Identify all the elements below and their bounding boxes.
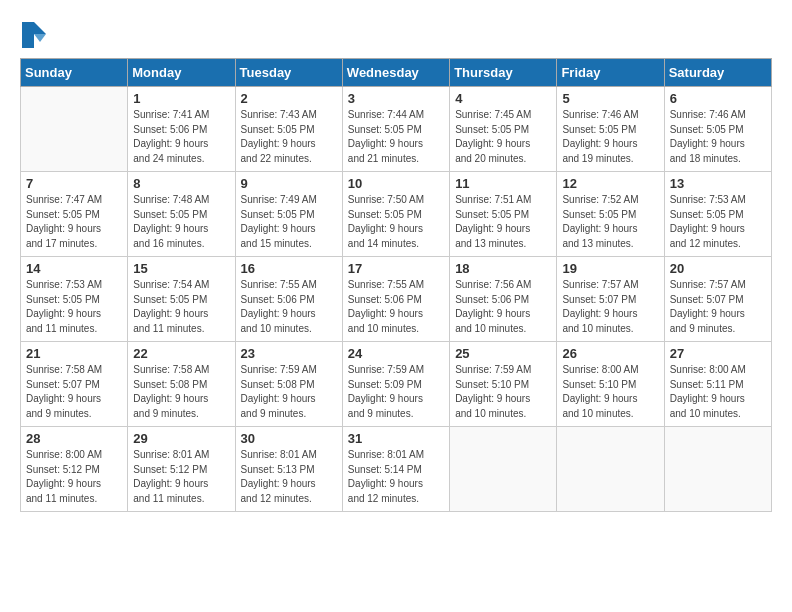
day-number: 4 <box>455 91 551 106</box>
day-info: Sunrise: 7:55 AM Sunset: 5:06 PM Dayligh… <box>348 278 444 336</box>
day-number: 23 <box>241 346 337 361</box>
calendar-cell: 5Sunrise: 7:46 AM Sunset: 5:05 PM Daylig… <box>557 87 664 172</box>
week-row-1: 1Sunrise: 7:41 AM Sunset: 5:06 PM Daylig… <box>21 87 772 172</box>
day-info: Sunrise: 7:48 AM Sunset: 5:05 PM Dayligh… <box>133 193 229 251</box>
calendar-cell <box>21 87 128 172</box>
day-number: 22 <box>133 346 229 361</box>
logo-icon <box>20 20 48 48</box>
calendar-table: SundayMondayTuesdayWednesdayThursdayFrid… <box>20 58 772 512</box>
day-info: Sunrise: 8:00 AM Sunset: 5:12 PM Dayligh… <box>26 448 122 506</box>
calendar-cell: 24Sunrise: 7:59 AM Sunset: 5:09 PM Dayli… <box>342 342 449 427</box>
calendar-cell: 16Sunrise: 7:55 AM Sunset: 5:06 PM Dayli… <box>235 257 342 342</box>
day-number: 5 <box>562 91 658 106</box>
day-info: Sunrise: 7:44 AM Sunset: 5:05 PM Dayligh… <box>348 108 444 166</box>
day-number: 10 <box>348 176 444 191</box>
calendar-cell: 14Sunrise: 7:53 AM Sunset: 5:05 PM Dayli… <box>21 257 128 342</box>
day-info: Sunrise: 7:59 AM Sunset: 5:08 PM Dayligh… <box>241 363 337 421</box>
calendar-cell <box>664 427 771 512</box>
calendar-cell: 20Sunrise: 7:57 AM Sunset: 5:07 PM Dayli… <box>664 257 771 342</box>
day-number: 15 <box>133 261 229 276</box>
day-info: Sunrise: 7:57 AM Sunset: 5:07 PM Dayligh… <box>670 278 766 336</box>
day-info: Sunrise: 7:51 AM Sunset: 5:05 PM Dayligh… <box>455 193 551 251</box>
day-info: Sunrise: 7:46 AM Sunset: 5:05 PM Dayligh… <box>670 108 766 166</box>
day-info: Sunrise: 7:53 AM Sunset: 5:05 PM Dayligh… <box>26 278 122 336</box>
logo <box>20 20 52 48</box>
day-info: Sunrise: 7:47 AM Sunset: 5:05 PM Dayligh… <box>26 193 122 251</box>
day-info: Sunrise: 7:53 AM Sunset: 5:05 PM Dayligh… <box>670 193 766 251</box>
calendar-cell: 8Sunrise: 7:48 AM Sunset: 5:05 PM Daylig… <box>128 172 235 257</box>
day-info: Sunrise: 7:52 AM Sunset: 5:05 PM Dayligh… <box>562 193 658 251</box>
day-number: 21 <box>26 346 122 361</box>
day-number: 6 <box>670 91 766 106</box>
day-info: Sunrise: 7:55 AM Sunset: 5:06 PM Dayligh… <box>241 278 337 336</box>
day-number: 31 <box>348 431 444 446</box>
page-header <box>20 20 772 48</box>
day-number: 12 <box>562 176 658 191</box>
calendar-cell: 1Sunrise: 7:41 AM Sunset: 5:06 PM Daylig… <box>128 87 235 172</box>
day-info: Sunrise: 7:50 AM Sunset: 5:05 PM Dayligh… <box>348 193 444 251</box>
calendar-cell <box>557 427 664 512</box>
calendar-cell: 12Sunrise: 7:52 AM Sunset: 5:05 PM Dayli… <box>557 172 664 257</box>
weekday-monday: Monday <box>128 59 235 87</box>
week-row-2: 7Sunrise: 7:47 AM Sunset: 5:05 PM Daylig… <box>21 172 772 257</box>
calendar-cell <box>450 427 557 512</box>
calendar-cell: 13Sunrise: 7:53 AM Sunset: 5:05 PM Dayli… <box>664 172 771 257</box>
svg-marker-1 <box>34 34 46 42</box>
day-number: 9 <box>241 176 337 191</box>
calendar-cell: 7Sunrise: 7:47 AM Sunset: 5:05 PM Daylig… <box>21 172 128 257</box>
calendar-cell: 28Sunrise: 8:00 AM Sunset: 5:12 PM Dayli… <box>21 427 128 512</box>
calendar-cell: 27Sunrise: 8:00 AM Sunset: 5:11 PM Dayli… <box>664 342 771 427</box>
calendar-cell: 9Sunrise: 7:49 AM Sunset: 5:05 PM Daylig… <box>235 172 342 257</box>
day-info: Sunrise: 7:59 AM Sunset: 5:10 PM Dayligh… <box>455 363 551 421</box>
day-info: Sunrise: 7:56 AM Sunset: 5:06 PM Dayligh… <box>455 278 551 336</box>
calendar-cell: 22Sunrise: 7:58 AM Sunset: 5:08 PM Dayli… <box>128 342 235 427</box>
day-info: Sunrise: 7:59 AM Sunset: 5:09 PM Dayligh… <box>348 363 444 421</box>
day-number: 20 <box>670 261 766 276</box>
day-number: 11 <box>455 176 551 191</box>
week-row-3: 14Sunrise: 7:53 AM Sunset: 5:05 PM Dayli… <box>21 257 772 342</box>
calendar-cell: 15Sunrise: 7:54 AM Sunset: 5:05 PM Dayli… <box>128 257 235 342</box>
day-info: Sunrise: 8:00 AM Sunset: 5:11 PM Dayligh… <box>670 363 766 421</box>
day-number: 13 <box>670 176 766 191</box>
day-info: Sunrise: 7:54 AM Sunset: 5:05 PM Dayligh… <box>133 278 229 336</box>
day-number: 16 <box>241 261 337 276</box>
day-number: 25 <box>455 346 551 361</box>
day-number: 24 <box>348 346 444 361</box>
calendar-cell: 6Sunrise: 7:46 AM Sunset: 5:05 PM Daylig… <box>664 87 771 172</box>
calendar-cell: 25Sunrise: 7:59 AM Sunset: 5:10 PM Dayli… <box>450 342 557 427</box>
calendar-cell: 10Sunrise: 7:50 AM Sunset: 5:05 PM Dayli… <box>342 172 449 257</box>
svg-marker-0 <box>34 22 46 34</box>
day-number: 29 <box>133 431 229 446</box>
week-row-4: 21Sunrise: 7:58 AM Sunset: 5:07 PM Dayli… <box>21 342 772 427</box>
day-info: Sunrise: 7:58 AM Sunset: 5:08 PM Dayligh… <box>133 363 229 421</box>
day-number: 1 <box>133 91 229 106</box>
week-row-5: 28Sunrise: 8:00 AM Sunset: 5:12 PM Dayli… <box>21 427 772 512</box>
day-number: 18 <box>455 261 551 276</box>
day-info: Sunrise: 8:01 AM Sunset: 5:13 PM Dayligh… <box>241 448 337 506</box>
calendar-cell: 29Sunrise: 8:01 AM Sunset: 5:12 PM Dayli… <box>128 427 235 512</box>
calendar-cell: 2Sunrise: 7:43 AM Sunset: 5:05 PM Daylig… <box>235 87 342 172</box>
calendar-cell: 18Sunrise: 7:56 AM Sunset: 5:06 PM Dayli… <box>450 257 557 342</box>
weekday-tuesday: Tuesday <box>235 59 342 87</box>
day-number: 7 <box>26 176 122 191</box>
day-info: Sunrise: 7:58 AM Sunset: 5:07 PM Dayligh… <box>26 363 122 421</box>
calendar-cell: 23Sunrise: 7:59 AM Sunset: 5:08 PM Dayli… <box>235 342 342 427</box>
day-info: Sunrise: 7:49 AM Sunset: 5:05 PM Dayligh… <box>241 193 337 251</box>
weekday-saturday: Saturday <box>664 59 771 87</box>
day-info: Sunrise: 7:57 AM Sunset: 5:07 PM Dayligh… <box>562 278 658 336</box>
calendar-cell: 21Sunrise: 7:58 AM Sunset: 5:07 PM Dayli… <box>21 342 128 427</box>
day-number: 30 <box>241 431 337 446</box>
calendar-cell: 4Sunrise: 7:45 AM Sunset: 5:05 PM Daylig… <box>450 87 557 172</box>
day-number: 27 <box>670 346 766 361</box>
weekday-wednesday: Wednesday <box>342 59 449 87</box>
day-info: Sunrise: 7:45 AM Sunset: 5:05 PM Dayligh… <box>455 108 551 166</box>
weekday-header-row: SundayMondayTuesdayWednesdayThursdayFrid… <box>21 59 772 87</box>
day-number: 2 <box>241 91 337 106</box>
day-number: 17 <box>348 261 444 276</box>
day-info: Sunrise: 8:00 AM Sunset: 5:10 PM Dayligh… <box>562 363 658 421</box>
weekday-sunday: Sunday <box>21 59 128 87</box>
day-info: Sunrise: 8:01 AM Sunset: 5:14 PM Dayligh… <box>348 448 444 506</box>
svg-rect-2 <box>22 22 34 48</box>
calendar-cell: 11Sunrise: 7:51 AM Sunset: 5:05 PM Dayli… <box>450 172 557 257</box>
day-info: Sunrise: 8:01 AM Sunset: 5:12 PM Dayligh… <box>133 448 229 506</box>
